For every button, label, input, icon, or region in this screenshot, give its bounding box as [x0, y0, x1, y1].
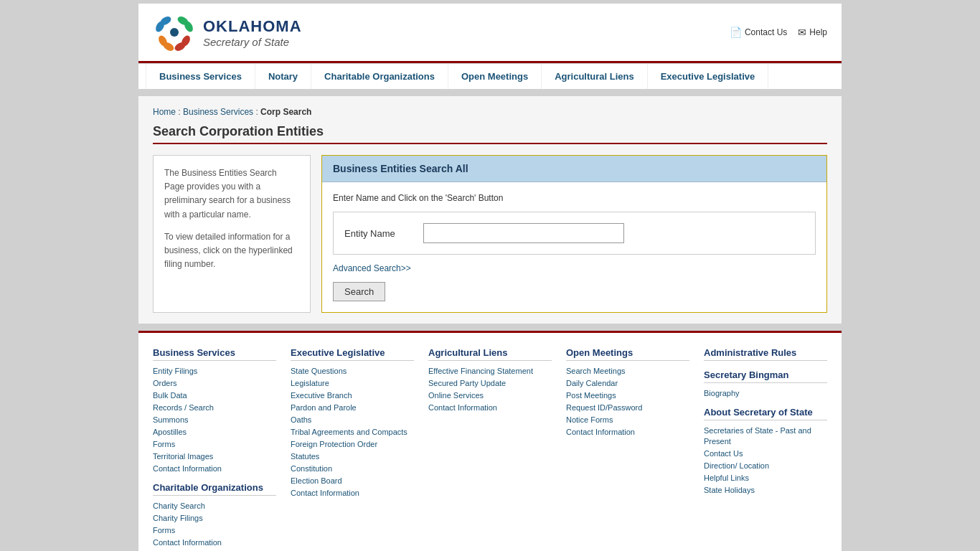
search-button[interactable]: Search: [333, 282, 385, 301]
footer-link-notice-forms[interactable]: Notice Forms: [566, 415, 613, 424]
footer-link-forms-bs[interactable]: Forms: [153, 440, 175, 448]
footer-link-charity-filings[interactable]: Charity Filings: [153, 514, 203, 522]
footer: Business Services Entity Filings Orders …: [138, 331, 842, 551]
footer-link-territorial-images[interactable]: Territorial Images: [153, 452, 213, 461]
footer-link-past-present[interactable]: Secretaries of State - Past and Present: [704, 426, 811, 446]
nav-notary[interactable]: Notary: [255, 64, 311, 89]
entity-form: Entity Name: [333, 212, 816, 255]
header: OKLAHOMA Secretary of State 📄 Contact Us…: [138, 4, 842, 63]
footer-link-pardon-parole[interactable]: Pardon and Parole: [291, 403, 357, 412]
footer-heading-about: About Secretary of State: [704, 407, 827, 420]
footer-col-business: Business Services Entity Filings Orders …: [153, 347, 276, 549]
footer-list-agricultural: Effective Financing Statement Secured Pa…: [428, 365, 552, 413]
footer-link-summons[interactable]: Summons: [153, 415, 189, 424]
entity-name-input[interactable]: [423, 223, 624, 243]
footer-link-contact-om[interactable]: Contact Information: [566, 428, 635, 436]
footer-link-contact-al[interactable]: Contact Information: [428, 403, 497, 412]
footer-link-oaths[interactable]: Oaths: [291, 415, 311, 424]
search-box-body: Enter Name and Click on the 'Search' But…: [322, 182, 826, 312]
footer-cols: Business Services Entity Filings Orders …: [153, 347, 827, 549]
breadcrumb: Home : Business Services : Corp Search: [153, 107, 827, 117]
footer-list-charitable: Charity Search Charity Filings Forms Con…: [153, 500, 276, 547]
footer-link-legislature[interactable]: Legislature: [291, 379, 329, 387]
footer-col-admin: Administrative Rules Secretary Bingman B…: [704, 347, 827, 549]
footer-link-state-questions[interactable]: State Questions: [291, 367, 347, 375]
nav-business-services[interactable]: Business Services: [146, 64, 255, 89]
footer-list-secretary: Biography: [704, 387, 827, 398]
logo-icon: [153, 11, 196, 54]
footer-link-tribal-agreements[interactable]: Tribal Agreements and Compacts: [291, 428, 407, 436]
nav-agricultural-liens[interactable]: Agricultural Liens: [542, 64, 648, 89]
footer-link-contact-el[interactable]: Contact Information: [291, 489, 359, 497]
search-instruction: Enter Name and Click on the 'Search' But…: [333, 193, 816, 203]
footer-link-statutes[interactable]: Statutes: [291, 452, 319, 461]
info-box: The Business Entities Search Page provid…: [153, 155, 311, 313]
footer-link-entity-filings[interactable]: Entity Filings: [153, 367, 197, 375]
footer-link-helpful-links[interactable]: Helpful Links: [704, 474, 749, 482]
entity-form-row: Entity Name: [344, 223, 804, 243]
footer-list-executive: State Questions Legislature Executive Br…: [291, 365, 414, 498]
contact-icon: 📄: [730, 27, 742, 38]
footer-heading-charitable: Charitable Organizations: [153, 482, 276, 496]
footer-link-post-meetings[interactable]: Post Meetings: [566, 391, 616, 400]
footer-sub-about: About Secretary of State Secretaries of …: [704, 407, 827, 495]
advanced-search-anchor[interactable]: Advanced Search>>: [333, 263, 411, 273]
svg-point-8: [170, 28, 179, 37]
header-links: 📄 Contact Us ✉ Help: [730, 27, 827, 38]
footer-link-orders[interactable]: Orders: [153, 379, 177, 387]
nav-charitable-organizations[interactable]: Charitable Organizations: [311, 64, 448, 89]
footer-link-apostilles[interactable]: Apostilles: [153, 428, 187, 436]
breadcrumb-home[interactable]: Home: [153, 107, 176, 117]
footer-link-daily-calendar[interactable]: Daily Calendar: [566, 379, 618, 387]
footer-link-state-holidays[interactable]: State Holidays: [704, 486, 755, 494]
footer-heading-business: Business Services: [153, 347, 276, 361]
footer-link-direction-location[interactable]: Direction/ Location: [704, 461, 769, 470]
footer-link-online-services[interactable]: Online Services: [428, 391, 484, 400]
footer-link-executive-branch[interactable]: Executive Branch: [291, 391, 352, 400]
footer-link-charity-search[interactable]: Charity Search: [153, 501, 205, 510]
info-text-2: To view detailed information for a busin…: [164, 230, 299, 272]
logo-area: OKLAHOMA Secretary of State: [153, 11, 302, 54]
footer-link-election-board[interactable]: Election Board: [291, 476, 342, 485]
footer-sub-secretary: Secretary Bingman Biography: [704, 369, 827, 398]
footer-link-efs[interactable]: Effective Financing Statement: [428, 367, 533, 375]
contact-us-link[interactable]: 📄 Contact Us: [730, 27, 787, 38]
footer-link-contact-co[interactable]: Contact Information: [153, 538, 222, 547]
footer-sub-charitable: Charitable Organizations Charity Search …: [153, 482, 276, 547]
breadcrumb-current: Corp Search: [260, 107, 311, 117]
footer-col-executive: Executive Legislative State Questions Le…: [291, 347, 414, 549]
page-title: Search Corporation Entities: [153, 124, 827, 144]
breadcrumb-section[interactable]: Business Services: [183, 107, 253, 117]
help-link[interactable]: ✉ Help: [798, 27, 827, 38]
footer-list-open-meetings: Search Meetings Daily Calendar Post Meet…: [566, 365, 689, 437]
entity-name-label: Entity Name: [344, 228, 416, 239]
footer-list-business: Entity Filings Orders Bulk Data Records …: [153, 365, 276, 474]
footer-link-contact-us[interactable]: Contact Us: [704, 449, 743, 458]
footer-heading-secretary: Secretary Bingman: [704, 369, 827, 383]
nav-open-meetings[interactable]: Open Meetings: [448, 64, 542, 89]
footer-link-constitution[interactable]: Constitution: [291, 464, 332, 473]
search-box-header: Business Entities Search All: [322, 156, 826, 182]
footer-link-biography[interactable]: Biography: [704, 389, 740, 397]
footer-heading-executive: Executive Legislative: [291, 347, 414, 361]
main-content: The Business Entities Search Page provid…: [153, 155, 827, 313]
footer-link-search-meetings[interactable]: Search Meetings: [566, 367, 626, 375]
footer-link-request-id[interactable]: Request ID/Password: [566, 403, 642, 412]
info-text-1: The Business Entities Search Page provid…: [164, 166, 299, 222]
org-name: OKLAHOMA: [203, 17, 302, 36]
footer-link-forms-co[interactable]: Forms: [153, 526, 175, 534]
footer-link-contact-bs[interactable]: Contact Information: [153, 464, 222, 473]
search-box: Business Entities Search All Enter Name …: [321, 155, 827, 313]
org-sub: Secretary of State: [203, 36, 302, 48]
logo-text-area: OKLAHOMA Secretary of State: [203, 17, 302, 48]
footer-list-about: Secretaries of State - Past and Present …: [704, 425, 827, 495]
nav-executive-legislative[interactable]: Executive Legislative: [648, 64, 769, 89]
footer-link-secured-party[interactable]: Secured Party Update: [428, 379, 506, 387]
footer-heading-open-meetings: Open Meetings: [566, 347, 689, 361]
nav: Business Services Notary Charitable Orga…: [138, 63, 842, 89]
footer-link-bulk-data[interactable]: Bulk Data: [153, 391, 187, 400]
footer-link-foreign-protection[interactable]: Foreign Protection Order: [291, 440, 377, 448]
footer-link-records-search[interactable]: Records / Search: [153, 403, 214, 412]
footer-heading-agricultural: Agricultural Liens: [428, 347, 552, 361]
help-icon: ✉: [798, 27, 806, 38]
